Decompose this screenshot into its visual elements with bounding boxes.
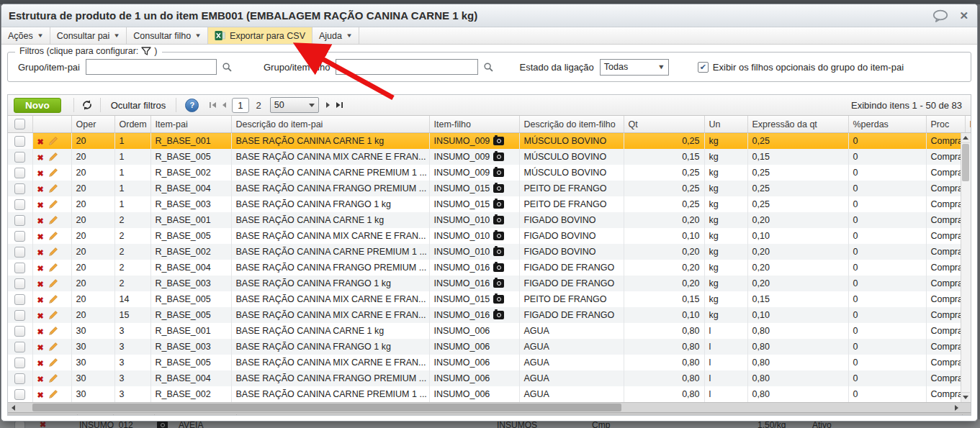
row-checkbox[interactable] — [14, 215, 25, 226]
menu-ajuda[interactable]: Ajuda▼ — [313, 27, 359, 44]
filters-panel[interactable]: Filtros (clique para configurar: ) Grupo… — [7, 52, 971, 82]
table-row[interactable]: ✖201R_BASE_002BASE RAÇÃO CANINA CARNE PR… — [8, 165, 971, 181]
edit-pencil-icon[interactable] — [48, 311, 58, 321]
camera-icon[interactable] — [493, 295, 504, 304]
row-checkbox[interactable] — [14, 168, 25, 178]
next-page-icon[interactable] — [323, 102, 333, 108]
row-checkbox[interactable] — [14, 342, 25, 352]
camera-icon[interactable] — [493, 168, 504, 177]
edit-pencil-icon[interactable] — [48, 342, 58, 352]
horizontal-scrollbar[interactable] — [8, 402, 971, 412]
scroll-down-icon[interactable] — [961, 392, 970, 402]
delete-icon[interactable]: ✖ — [37, 391, 44, 399]
table-row[interactable]: ✖303R_BASE_003BASE RAÇÃO CANINA FRANGO 1… — [8, 339, 971, 355]
row-checkbox[interactable] — [14, 278, 25, 289]
grupo-item-filho-input[interactable] — [336, 59, 478, 75]
camera-icon[interactable] — [493, 184, 504, 193]
vertical-scrollbar[interactable] — [961, 133, 971, 402]
delete-icon[interactable]: ✖ — [37, 201, 44, 209]
menu-acoes[interactable]: Ações▼ — [1, 27, 50, 44]
table-row[interactable]: ✖202R_BASE_005BASE RAÇÃO CANINA MIX CARN… — [8, 228, 971, 244]
table-row[interactable]: ✖201R_BASE_001BASE RAÇÃO CANINA CARNE 1 … — [8, 133, 971, 150]
delete-icon[interactable]: ✖ — [37, 375, 44, 383]
camera-icon[interactable] — [493, 311, 504, 319]
delete-icon[interactable]: ✖ — [37, 280, 44, 288]
select-all-checkbox[interactable] — [14, 119, 25, 129]
col-ordem[interactable]: Ordem — [114, 116, 150, 133]
scroll-left-icon[interactable] — [8, 403, 18, 412]
delete-icon[interactable]: ✖ — [37, 359, 44, 368]
vertical-scroll-thumb[interactable] — [962, 144, 969, 181]
edit-pencil-icon[interactable] — [48, 295, 58, 305]
col-desc-item-filho[interactable]: Descrição do item-filho — [519, 116, 624, 133]
col-proc[interactable]: Proc — [926, 116, 965, 133]
delete-icon[interactable]: ✖ — [37, 343, 44, 352]
row-checkbox[interactable] — [14, 294, 25, 305]
edit-pencil-icon[interactable] — [48, 263, 58, 273]
edit-pencil-icon[interactable] — [48, 358, 58, 368]
col-oper[interactable]: Oper — [71, 116, 114, 133]
col-expressao-qt[interactable]: Expressão da qt — [747, 116, 848, 133]
col-p[interactable]: P — [965, 116, 971, 133]
delete-icon[interactable]: ✖ — [37, 169, 44, 178]
edit-pencil-icon[interactable] — [48, 247, 58, 258]
row-checkbox[interactable] — [14, 136, 25, 147]
row-checkbox[interactable] — [14, 199, 25, 210]
horizontal-scroll-thumb[interactable] — [32, 404, 621, 411]
prev-page-icon[interactable] — [220, 102, 229, 108]
row-checkbox[interactable] — [14, 247, 25, 258]
table-row[interactable]: ✖303R_BASE_005BASE RAÇÃO CANINA MIX CARN… — [8, 355, 971, 370]
table-row[interactable]: ✖202R_BASE_001BASE RAÇÃO CANINA CARNE 1 … — [8, 212, 971, 228]
delete-icon[interactable]: ✖ — [37, 217, 44, 225]
table-row[interactable]: ✖201R_BASE_003BASE RAÇÃO CANINA FRANGO 1… — [8, 196, 971, 212]
col-desc-item-pai[interactable]: Descrição do item-pai — [231, 116, 429, 133]
row-checkbox[interactable] — [14, 263, 25, 273]
table-row[interactable]: ✖202R_BASE_003BASE RAÇÃO CANINA FRANGO 1… — [8, 276, 971, 291]
scroll-up-icon[interactable] — [961, 133, 970, 143]
grupo-item-pai-input[interactable] — [86, 59, 217, 75]
table-row[interactable]: ✖202R_BASE_002BASE RAÇÃO CANINA CARNE PR… — [8, 244, 971, 260]
last-page-icon[interactable] — [333, 101, 346, 109]
menu-consultar-pai[interactable]: Consultar pai▼ — [50, 27, 127, 44]
exibir-filhos-checkbox[interactable]: ✔ — [698, 62, 709, 73]
comment-bubble-icon[interactable] — [932, 9, 949, 22]
delete-icon[interactable]: ✖ — [37, 185, 44, 193]
delete-icon[interactable]: ✖ — [37, 153, 44, 162]
table-row[interactable]: ✖201R_BASE_004BASE RAÇÃO CANINA FRANGO P… — [8, 181, 971, 196]
row-checkbox[interactable] — [14, 358, 25, 368]
camera-icon[interactable] — [493, 137, 504, 145]
row-checkbox[interactable] — [14, 152, 25, 163]
edit-pencil-icon[interactable] — [48, 200, 58, 210]
col-perdas[interactable]: %perdas — [848, 116, 926, 133]
first-page-icon[interactable] — [206, 101, 220, 109]
delete-icon[interactable]: ✖ — [37, 327, 44, 336]
row-checkbox[interactable] — [14, 183, 25, 194]
ocultar-filtros-button[interactable]: Ocultar filtros — [107, 100, 171, 111]
estado-ligacao-select[interactable]: Todas ▼ — [600, 59, 669, 76]
table-row[interactable]: ✖2015R_BASE_005BASE RAÇÃO CANINA MIX CAR… — [8, 307, 971, 323]
camera-icon[interactable] — [493, 200, 504, 209]
edit-pencil-icon[interactable] — [48, 390, 58, 400]
col-un[interactable]: Un — [704, 116, 747, 133]
edit-pencil-icon[interactable] — [48, 327, 58, 337]
search-icon[interactable] — [222, 62, 233, 73]
close-icon[interactable]: ✕ — [959, 10, 968, 21]
delete-icon[interactable]: ✖ — [37, 296, 44, 304]
row-checkbox[interactable] — [14, 310, 25, 321]
col-item-pai[interactable]: Item-pai — [150, 116, 231, 133]
delete-icon[interactable]: ✖ — [37, 311, 44, 320]
delete-icon[interactable]: ✖ — [37, 232, 44, 241]
camera-icon[interactable] — [493, 152, 504, 161]
table-row[interactable]: ✖201R_BASE_005BASE RAÇÃO CANINA MIX CARN… — [8, 149, 971, 165]
table-row[interactable]: ✖303R_BASE_001BASE RAÇÃO CANINA CARNE 1 … — [8, 323, 971, 339]
camera-icon[interactable] — [493, 232, 504, 240]
camera-icon[interactable] — [493, 263, 504, 272]
table-row[interactable]: ✖303R_BASE_004BASE RAÇÃO CANINA FRANGO P… — [8, 370, 971, 386]
row-checkbox[interactable] — [14, 231, 25, 242]
camera-icon[interactable] — [493, 247, 504, 256]
col-qt[interactable]: Qt — [624, 116, 704, 133]
table-row[interactable]: ✖202R_BASE_004BASE RAÇÃO CANINA FRANGO P… — [8, 260, 971, 276]
edit-pencil-icon[interactable] — [48, 374, 58, 384]
row-checkbox[interactable] — [14, 373, 25, 384]
row-checkbox[interactable] — [14, 326, 25, 337]
